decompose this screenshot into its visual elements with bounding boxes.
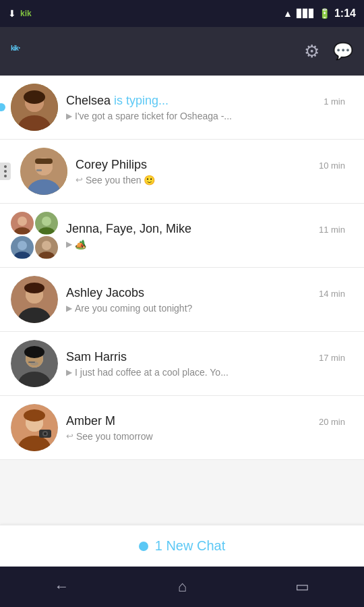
new-chat-dot xyxy=(139,542,148,551)
status-bar: ⬇ kik ▲ ▊▊▊ 🔋 1:14 xyxy=(0,0,364,27)
dot2 xyxy=(4,170,7,173)
preview-arrow-group: ▶ xyxy=(66,239,72,249)
signal-icon: ▊▊▊ xyxy=(297,9,315,18)
bottom-nav: ← ⌂ ▭ xyxy=(0,567,364,607)
new-chat-label: 1 New Chat xyxy=(155,538,226,554)
preview-text: I've got a spare ticket for Osheaga -... xyxy=(75,111,232,121)
svg-point-42 xyxy=(44,432,47,435)
svg-point-4 xyxy=(24,90,45,104)
group-avatar-2 xyxy=(35,212,58,235)
compose-icon[interactable]: 💬 xyxy=(333,42,353,61)
chat-time-sam: 17 min xyxy=(319,353,345,363)
kik-logo: kik· xyxy=(11,37,20,66)
svg-rect-9 xyxy=(35,158,53,164)
chat-content-corey: Corey Philips 10 min ↩ See you then 🙂 xyxy=(67,158,353,185)
chat-time-ashley: 14 min xyxy=(319,289,345,299)
chat-preview-ashley: ▶ Are you coming out tonight? xyxy=(66,303,345,314)
chat-item-amber[interactable]: Amber M 20 min ↩ See you tomorrow xyxy=(0,396,364,460)
name-text: Chelsea xyxy=(66,94,111,107)
avatar-chelsea xyxy=(11,84,58,131)
chat-header-group: Jenna, Faye, Jon, Mike 11 min xyxy=(66,222,345,236)
chat-time-group: 11 min xyxy=(319,225,345,235)
back-button[interactable]: ← xyxy=(41,573,83,601)
chat-content-group: Jenna, Faye, Jon, Mike 11 min ▶ 🏕️ xyxy=(58,222,353,250)
chat-header-corey: Corey Philips 10 min xyxy=(75,158,345,172)
svg-point-15 xyxy=(42,216,51,226)
home-button[interactable]: ⌂ xyxy=(164,573,200,601)
avatar-image-amber xyxy=(11,404,58,451)
chat-preview-corey: ↩ See you then 🙂 xyxy=(75,175,345,185)
avatar-image-ashley xyxy=(11,276,58,323)
app-bar-actions: ⚙ 💬 xyxy=(304,41,353,62)
new-chat-bar[interactable]: 1 New Chat xyxy=(0,525,364,567)
reply-icon: ↩ xyxy=(75,175,83,185)
chat-item-ashley[interactable]: Ashley Jacobs 14 min ▶ Are you coming ou… xyxy=(0,268,364,332)
svg-point-39 xyxy=(24,409,45,422)
app-bar: kik· ⚙ 💬 xyxy=(0,27,364,76)
recent-apps-button[interactable]: ▭ xyxy=(282,573,323,601)
chat-content-sam: Sam Harris 17 min ▶ I just had coffee at… xyxy=(58,350,353,378)
chat-time-amber: 20 min xyxy=(319,417,345,427)
chat-name-ashley: Ashley Jacobs xyxy=(66,286,144,300)
status-bar-left: ⬇ kik xyxy=(8,8,32,19)
group-avatar-3 xyxy=(11,236,34,259)
chat-name-amber: Amber M xyxy=(66,414,115,428)
kik-status-icon: kik xyxy=(20,9,32,18)
avatar-group xyxy=(11,212,58,259)
avatar-image-corey xyxy=(20,148,67,195)
logo-dot: · xyxy=(18,43,20,53)
logo-text: kik xyxy=(11,45,18,52)
chat-list: Chelsea is typing... 1 min ▶ I've got a … xyxy=(0,76,364,460)
svg-point-21 xyxy=(42,241,51,250)
chat-preview-sam: ▶ I just had coffee at a cool place. Yo.… xyxy=(66,367,345,378)
chat-name-sam: Sam Harris xyxy=(66,350,127,364)
svg-point-27 xyxy=(24,283,44,293)
chat-header-chelsea: Chelsea is typing... 1 min xyxy=(66,94,345,108)
chat-preview-chelsea: ▶ I've got a spare ticket for Osheaga -.… xyxy=(66,111,345,121)
svg-rect-10 xyxy=(36,169,42,171)
chat-preview-group: ▶ 🏕️ xyxy=(66,239,345,250)
avatar-ashley xyxy=(11,276,58,323)
preview-arrow-ashley: ▶ xyxy=(66,304,72,313)
chat-name-group: Jenna, Faye, Jon, Mike xyxy=(66,222,191,236)
chat-content-chelsea: Chelsea is typing... 1 min ▶ I've got a … xyxy=(58,94,353,121)
avatar-sam xyxy=(11,340,58,387)
avatar-amber xyxy=(11,404,58,451)
dot3 xyxy=(4,175,7,177)
group-avatar-1 xyxy=(11,212,34,235)
chat-item-group[interactable]: Jenna, Faye, Jon, Mike 11 min ▶ 🏕️ xyxy=(0,204,364,268)
status-bar-right: ▲ ▊▊▊ 🔋 1:14 xyxy=(283,7,356,20)
chat-item-chelsea[interactable]: Chelsea is typing... 1 min ▶ I've got a … xyxy=(0,76,364,140)
chat-content-ashley: Ashley Jacobs 14 min ▶ Are you coming ou… xyxy=(58,286,353,314)
group-avatar-4 xyxy=(35,236,58,259)
preview-arrow-sam: ▶ xyxy=(66,368,72,377)
chat-item-corey[interactable]: Corey Philips 10 min ↩ See you then 🙂 xyxy=(0,140,364,204)
svg-rect-34 xyxy=(28,362,35,363)
dot1 xyxy=(4,165,7,168)
chat-time-corey: 10 min xyxy=(319,161,345,171)
svg-point-18 xyxy=(18,241,27,250)
battery-icon: 🔋 xyxy=(319,8,330,19)
preview-text-corey: See you then 🙂 xyxy=(86,175,155,185)
typing-indicator: is typing... xyxy=(111,94,169,107)
avatar-image xyxy=(11,84,58,131)
chat-name-corey: Corey Philips xyxy=(75,158,147,172)
chat-header-ashley: Ashley Jacobs 14 min xyxy=(66,286,345,300)
wifi-icon: ▲ xyxy=(283,8,293,19)
chat-header-amber: Amber M 20 min xyxy=(66,414,345,428)
reply-icon-amber: ↩ xyxy=(66,431,73,441)
avatar-corey xyxy=(20,148,67,195)
context-menu-dots[interactable] xyxy=(0,163,11,180)
chat-preview-amber: ↩ See you tomorrow xyxy=(66,431,345,442)
preview-text-group: 🏕️ xyxy=(75,239,86,250)
avatar-image-sam xyxy=(11,340,58,387)
unread-indicator xyxy=(0,103,5,111)
preview-text-amber: See you tomorrow xyxy=(76,431,153,442)
notification-icon: ⬇ xyxy=(8,8,16,19)
settings-icon[interactable]: ⚙ xyxy=(304,41,320,62)
chat-content-amber: Amber M 20 min ↩ See you tomorrow xyxy=(58,414,353,442)
chat-time-chelsea: 1 min xyxy=(324,96,345,107)
chat-name-chelsea: Chelsea is typing... xyxy=(66,94,169,108)
preview-text-sam: I just had coffee at a cool place. Yo... xyxy=(75,367,229,378)
chat-item-sam[interactable]: Sam Harris 17 min ▶ I just had coffee at… xyxy=(0,332,364,396)
